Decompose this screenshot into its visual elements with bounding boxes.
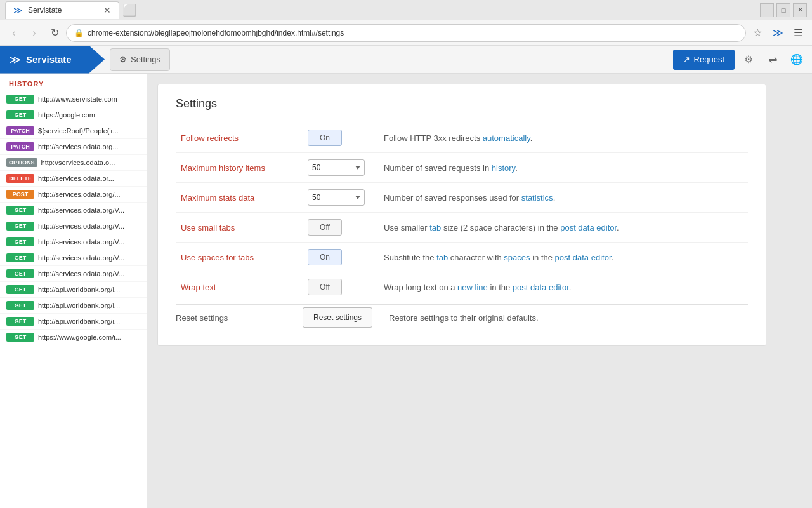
tab-favicon: ≫ (13, 5, 23, 15)
method-badge: GET (6, 317, 34, 326)
max-history-label: Maximum history items (176, 153, 303, 183)
history-url: http://services.odata.org/V... (38, 270, 124, 277)
app-name: Servistate (26, 54, 72, 65)
method-badge: GET (6, 333, 34, 342)
method-badge: GET (6, 285, 34, 294)
settings-tab-label: Settings (131, 55, 160, 64)
sidebar: HISTORY GET http://www.servistate.com GE… (0, 74, 147, 508)
back-button[interactable]: ‹ (5, 24, 23, 42)
follow-redirects-description: Follow HTTP 3xx redirects automatically. (379, 123, 748, 153)
main-content: Settings Follow redirects On Follow HTTP… (147, 74, 812, 508)
history-url: http://api.worldbank.org/i... (38, 318, 120, 325)
history-url: http://api.worldbank.org/i... (38, 302, 120, 309)
spaces-for-tabs-control: On (303, 243, 379, 272)
minimize-button[interactable]: — (760, 3, 774, 17)
history-item[interactable]: GET http://services.odata.org/V... (0, 203, 147, 218)
method-badge: GET (6, 95, 34, 104)
reset-label: Reset settings (176, 307, 303, 328)
max-stats-select[interactable]: 102550100200 (308, 189, 365, 206)
history-item[interactable]: OPTIONS http://services.odata.o... (0, 155, 147, 171)
history-item[interactable]: GET http://api.worldbank.org/i... (0, 282, 147, 298)
settings-row-wrap-text: Wrap text Off Wrap long text on a new li… (176, 272, 748, 302)
history-item[interactable]: GET http://services.odata.org/V... (0, 234, 147, 250)
max-stats-description: Number of saved responses used for stati… (379, 183, 748, 213)
request-button-label: Request (694, 55, 724, 64)
history-item[interactable]: GET http://www.servistate.com (0, 91, 147, 107)
method-badge: GET (6, 110, 34, 119)
method-badge: GET (6, 301, 34, 310)
reload-button[interactable]: ↻ (46, 24, 63, 42)
method-badge: PATCH (6, 142, 34, 151)
servistate-ext-button[interactable]: ≫ (769, 24, 787, 42)
max-history-select[interactable]: 102550100200 (308, 159, 365, 176)
tab-title: Servistate (28, 6, 98, 15)
method-badge: PATCH (6, 126, 34, 135)
history-item[interactable]: GET http://api.worldbank.org/i... (0, 314, 147, 330)
bookmark-button[interactable]: ☆ (749, 24, 766, 42)
spaces-for-tabs-description: Substitute the tab character with spaces… (379, 243, 748, 272)
address-bar[interactable]: 🔒 chrome-extension://blegllapeojfnoloneh… (66, 24, 746, 42)
history-url: http://www.servistate.com (38, 95, 117, 103)
history-url: http://services.odata.o... (41, 159, 115, 166)
method-badge: DELETE (6, 174, 34, 183)
history-url: http://services.odata.org/V... (38, 222, 124, 230)
request-button[interactable]: ↗ Request (673, 50, 735, 70)
forward-button[interactable]: › (25, 24, 43, 42)
settings-row-spaces-for-tabs: Use spaces for tabs On Substitute the ta… (176, 243, 748, 272)
history-url: http://services.odata.org/V... (38, 254, 124, 262)
history-url: https://google.com (38, 111, 95, 119)
wrap-text-description: Wrap long text on a new line in the post… (379, 272, 748, 302)
settings-row-follow-redirects: Follow redirects On Follow HTTP 3xx redi… (176, 123, 748, 153)
history-item[interactable]: GET https://google.com (0, 107, 147, 123)
wrap-text-toggle[interactable]: Off (308, 279, 342, 295)
follow-redirects-toggle[interactable]: On (308, 130, 342, 146)
history-url: http://services.odata.org/V... (38, 238, 124, 246)
method-badge: GET (6, 253, 34, 262)
settings-divider (176, 302, 748, 307)
spaces-for-tabs-toggle[interactable]: On (308, 249, 342, 265)
reset-settings-button[interactable]: Reset settings (303, 307, 372, 328)
settings-title: Settings (176, 97, 748, 110)
settings-panel: Settings Follow redirects On Follow HTTP… (157, 84, 766, 346)
history-item[interactable]: GET http://services.odata.org/V... (0, 218, 147, 234)
history-item[interactable]: DELETE http://services.odata.or... (0, 171, 147, 187)
tab-close-button[interactable]: ✕ (103, 6, 111, 15)
history-item[interactable]: GET http://services.odata.org/V... (0, 250, 147, 266)
settings-table: Follow redirects On Follow HTTP 3xx redi… (176, 123, 748, 328)
history-item[interactable]: GET https://www.google.com/i... (0, 330, 147, 345)
history-item[interactable]: GET http://api.worldbank.org/i... (0, 298, 147, 314)
globe-icon-button[interactable]: 🌐 (787, 50, 807, 70)
settings-row-max-stats: Maximum stats data 102550100200 Number o… (176, 183, 748, 213)
app-logo-button[interactable]: ≫ Servistate (0, 46, 105, 74)
small-tabs-control: Off (303, 213, 379, 243)
follow-redirects-label: Follow redirects (176, 123, 303, 153)
settings-tab[interactable]: ⚙ Settings (110, 48, 170, 71)
small-tabs-label: Use small tabs (176, 213, 303, 243)
address-text: chrome-extension://blegllapeojfnolonehdf… (88, 29, 738, 37)
max-stats-control: 102550100200 (303, 183, 379, 213)
menu-button[interactable]: ☰ (789, 24, 807, 42)
history-url: http://services.odata.org/V... (38, 206, 124, 214)
settings-row-small-tabs: Use small tabs Off Use smaller tab size … (176, 213, 748, 243)
wrap-text-label: Wrap text (176, 272, 303, 302)
method-badge: OPTIONS (6, 158, 37, 167)
method-badge: GET (6, 222, 34, 231)
history-url: http://api.worldbank.org/i... (38, 286, 120, 293)
small-tabs-toggle[interactable]: Off (308, 219, 342, 236)
maximize-button[interactable]: □ (776, 3, 790, 17)
history-item[interactable]: POST http://services.odata.org/... (0, 187, 147, 203)
max-history-control: 102550100200 (303, 153, 379, 183)
history-item[interactable]: GET http://services.odata.org/V... (0, 266, 147, 282)
gear-icon-button[interactable]: ⚙ (738, 50, 759, 70)
equalizer-icon-button[interactable]: ⇌ (763, 50, 783, 70)
history-url: http://services.odata.org... (38, 143, 119, 150)
browser-tab-servistate[interactable]: ≫ Servistate ✕ (5, 1, 119, 19)
request-icon: ↗ (683, 55, 690, 64)
history-item[interactable]: PATCH ${serviceRoot}/People('r... (0, 123, 147, 139)
small-tabs-description: Use smaller tab size (2 space characters… (379, 213, 748, 243)
close-button[interactable]: ✕ (793, 3, 807, 17)
history-section-title: HISTORY (0, 74, 147, 91)
history-item[interactable]: PATCH http://services.odata.org... (0, 139, 147, 155)
new-tab-button[interactable]: ⬜ (121, 1, 138, 19)
wrap-text-control: Off (303, 272, 379, 302)
